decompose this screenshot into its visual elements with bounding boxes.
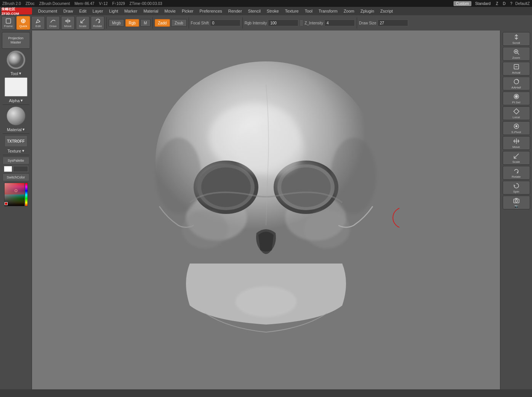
sys-palette-btn[interactable]: SysPalette [3,157,29,164]
z-intensity-value[interactable]: 4 [324,19,355,26]
camera-btn[interactable]: 📷 [503,196,530,209]
app-name: ZBrush 2.0 [2,2,21,6]
menu-item-document[interactable]: Document [35,8,60,14]
menu-item-tool[interactable]: Tool [302,8,316,14]
custom-btn[interactable]: Custom [453,1,471,6]
alpha-preview [6,50,26,69]
swatch-dark[interactable] [13,166,28,172]
svg-point-25 [331,138,377,214]
logo: 朱峰社区ZF3D.COM [2,8,32,14]
zadd-btn[interactable]: Zadd [155,19,170,27]
z-btn[interactable]: Z [494,1,500,6]
rotate-btn[interactable]: Rotate [91,16,104,30]
right-rotate-btn[interactable]: Rotate [503,166,530,180]
menu-item-render[interactable]: Render [225,8,245,14]
right-move-btn[interactable]: Move [503,136,530,150]
svg-rect-8 [25,183,28,206]
divider3 [3,155,29,155]
draw-btn[interactable]: Draw [46,16,60,30]
menu-item-movie[interactable]: Movie [162,8,179,14]
frame-btn[interactable]: Frame [2,16,15,30]
edit-btn[interactable]: Edit [31,16,45,30]
menu-item-edit[interactable]: Edit [76,8,90,14]
menu-bar: 朱峰社区ZF3D.COM DocumentDrawEditLayerLightM… [0,7,532,15]
spin-btn[interactable]: Spin [503,181,530,194]
scroll-btn[interactable]: Scroll [503,32,530,46]
tool-preview[interactable] [5,77,27,96]
brush-circle [393,207,399,228]
alpha-label[interactable]: Alpha ▾ [9,98,22,103]
menu-item-draw[interactable]: Draw [60,8,76,14]
mrgb-btn[interactable]: Mrgb [109,19,124,27]
svg-point-17 [201,167,251,207]
menu-item-preferences[interactable]: Preferences [196,8,225,14]
scale-btn[interactable]: Scale [76,16,90,30]
bottom-bar [0,389,532,397]
focal-shift-field: Focal Shift 0 [191,19,240,26]
m-btn[interactable]: M [140,19,150,27]
d-btn[interactable]: D [501,1,507,6]
rgb-intensity-slider[interactable] [300,19,303,26]
right-panel: Scroll Zoom Actual AAHalf Pt Sel [500,31,532,389]
txtr-btn[interactable]: TXTR OFF [5,135,27,147]
aahalf-btn[interactable]: AAHalf [503,77,530,90]
canvas-area[interactable] [32,31,500,389]
rgb-intensity-value[interactable]: 100 [268,19,298,26]
actual-btn[interactable]: Actual [503,62,530,76]
quick-btn[interactable]: Quick [16,16,30,30]
draw-size-value[interactable]: 27 [378,19,408,26]
rgb-btn[interactable]: Rgb [125,19,139,27]
sep1 [106,17,107,29]
menu-item-zplugin[interactable]: Zplugin [357,8,377,14]
menu-item-stencil[interactable]: Stencil [245,8,264,14]
sep2 [152,17,153,29]
toolbar: Frame Quick Edit Draw Move Scale [0,15,532,31]
divider2 [3,133,29,134]
switch-color-btn[interactable]: SwitchColor [3,174,29,181]
zsub-btn[interactable]: Zsub [171,19,186,27]
material-preview[interactable] [6,106,26,125]
menu-item-transform[interactable]: Transform [316,8,341,14]
sep4 [242,17,243,29]
menu-item-texture[interactable]: Texture [282,8,302,14]
tool-dropdown-icon: ▾ [19,71,21,76]
swatch-white[interactable] [4,166,12,172]
spivot-btn[interactable]: S.Pivot [503,121,530,135]
skull-viewport [133,61,399,359]
menu-item-marker[interactable]: Marker [121,8,140,14]
left-panel: Projection Master Tool ▾ Alpha ▾ Materia… [0,31,32,389]
local-btn[interactable]: Local [503,106,530,120]
draw-size-field: Draw Size 27 [359,19,408,26]
z-intensity-field: Z_Intensity 4 [304,19,355,26]
svg-point-21 [182,210,228,248]
color-swatches [4,166,28,172]
material-label[interactable]: Material ▾ [7,127,25,132]
move-btn[interactable]: Move [61,16,75,30]
question-btn[interactable]: ? [509,1,514,6]
tool-label[interactable]: Tool ▾ [10,71,21,76]
projection-master-btn[interactable]: Projection Master [2,32,30,49]
divider1 [3,104,29,105]
rgb-intensity-label: Rgb Intensity [245,21,267,25]
focal-shift-label: Focal Shift [191,21,209,25]
v-stat: V↑12 [99,2,108,6]
color-picker[interactable] [4,183,28,206]
texture-label[interactable]: Texture ▾ [7,148,24,153]
doc-name: ZDoc [26,2,35,6]
ptsel-btn[interactable]: Pt Sel [503,92,530,105]
menu-item-light[interactable]: Light [106,8,121,14]
menu-item-layer[interactable]: Layer [90,8,106,14]
menu-item-picker[interactable]: Picker [179,8,197,14]
right-scale-btn[interactable]: Scale [503,151,530,165]
menu-item-zscript[interactable]: Zscript [377,8,396,14]
focal-shift-value[interactable]: 0 [210,19,240,26]
zoom-btn[interactable]: Zoom [503,47,530,61]
menu-item-zoom[interactable]: Zoom [341,8,357,14]
svg-point-22 [304,210,350,248]
menu-item-material[interactable]: Material [140,8,161,14]
menu-item-stroke[interactable]: Stroke [264,8,282,14]
standard-btn[interactable]: Standard [473,1,493,6]
draw-size-label: Draw Size [359,21,377,25]
svg-point-23 [236,286,296,317]
svg-point-4 [8,52,24,68]
